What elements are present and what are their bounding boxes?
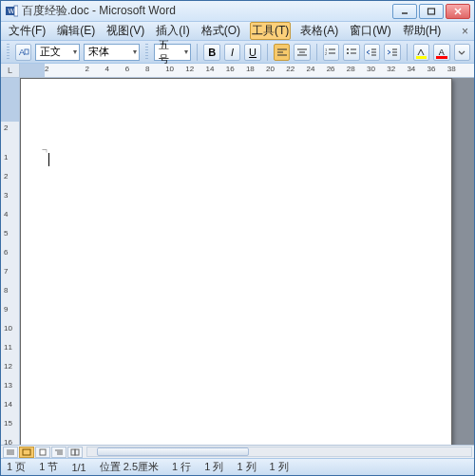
normal-view-button[interactable]	[3, 447, 18, 458]
margin-mark-icon: ¬	[42, 144, 48, 155]
underline-button[interactable]: U	[244, 44, 260, 61]
svg-rect-32	[23, 449, 30, 455]
toolbar-options-button[interactable]	[454, 44, 470, 61]
ruler-corner: L	[1, 64, 20, 77]
svg-rect-4	[428, 9, 435, 14]
font-select[interactable]: 宋体	[84, 44, 140, 61]
decrease-indent-button[interactable]	[364, 44, 380, 61]
web-layout-view-button[interactable]	[19, 447, 34, 458]
menu-help[interactable]: 帮助(H)	[401, 22, 444, 40]
minimize-button[interactable]	[392, 4, 417, 19]
window-controls	[392, 4, 470, 19]
svg-text:W: W	[8, 8, 14, 14]
numbered-list-button[interactable]: 12	[323, 44, 339, 61]
print-layout-view-button[interactable]	[35, 447, 50, 458]
divider	[316, 44, 317, 61]
workarea: 212345678910111213141516 ¬	[1, 78, 474, 445]
text-cursor	[48, 153, 49, 166]
document-page[interactable]: ¬	[20, 78, 452, 445]
status-pages: 1/1	[71, 462, 86, 473]
svg-text:A: A	[19, 48, 25, 57]
menu-file[interactable]: 文件(F)	[7, 22, 48, 40]
vertical-ruler[interactable]: 212345678910111213141516	[1, 78, 20, 445]
fontsize-select[interactable]: 五号	[154, 44, 191, 61]
fontsize-value: 五号	[159, 38, 177, 67]
svg-point-19	[347, 48, 349, 50]
status-col2: 1 列	[237, 460, 256, 474]
divider	[407, 44, 408, 61]
window-title: 百度经验.doc - Microsoft Word	[22, 3, 392, 19]
align-center-button[interactable]	[294, 44, 310, 61]
svg-text:2: 2	[325, 51, 328, 56]
align-left-button[interactable]	[274, 44, 290, 61]
outline-view-button[interactable]	[51, 447, 66, 458]
style-select[interactable]: 正文	[35, 44, 80, 61]
svg-point-21	[347, 52, 349, 54]
svg-rect-33	[40, 449, 46, 455]
svg-rect-2	[14, 6, 18, 16]
h-scroll-thumb[interactable]	[97, 447, 249, 456]
view-buttons	[1, 446, 85, 458]
menu-window[interactable]: 窗口(W)	[348, 22, 392, 40]
h-ruler-scale: 22468101214161820222426283032343638	[20, 64, 474, 77]
status-section: 1 节	[39, 460, 58, 474]
maximize-button[interactable]	[419, 4, 444, 19]
status-col3: 1 列	[270, 460, 289, 474]
word-app-icon: W	[5, 5, 18, 18]
status-position: 位置 2.5厘米	[100, 460, 159, 474]
status-col1: 1 列	[204, 460, 223, 474]
view-scroll-row	[1, 445, 474, 458]
toolbar-handle-2[interactable]	[145, 44, 148, 61]
menubar: 文件(F) 编辑(E) 视图(V) 插入(I) 格式(O) 工具(T) 表格(A…	[1, 22, 474, 41]
horizontal-ruler[interactable]: L 22468101214161820222426283032343638	[1, 64, 474, 78]
divider	[197, 44, 198, 61]
font-color-button[interactable]: A	[433, 44, 449, 61]
svg-rect-37	[71, 449, 75, 455]
reading-view-button[interactable]	[67, 447, 83, 458]
app-window: W 百度经验.doc - Microsoft Word 文件(F) 编辑(E) …	[0, 0, 475, 476]
menu-table[interactable]: 表格(A)	[298, 22, 340, 40]
font-value: 宋体	[88, 45, 109, 59]
highlight-color-button[interactable]	[413, 44, 429, 61]
svg-rect-38	[75, 449, 79, 455]
divider	[267, 44, 268, 61]
close-document-icon[interactable]: ×	[462, 25, 468, 38]
toolbar-handle[interactable]	[7, 44, 10, 61]
menu-tools[interactable]: 工具(T)	[250, 22, 291, 40]
svg-rect-8	[25, 49, 28, 54]
close-button[interactable]	[446, 4, 470, 19]
titlebar: W 百度经验.doc - Microsoft Word	[1, 1, 474, 22]
document-viewport[interactable]: ¬	[20, 78, 474, 445]
increase-indent-button[interactable]	[384, 44, 400, 61]
horizontal-scrollbar[interactable]	[86, 447, 472, 457]
menu-format[interactable]: 格式(O)	[200, 22, 242, 40]
bullet-list-button[interactable]	[343, 44, 359, 61]
bold-button[interactable]: B	[203, 44, 219, 61]
formatting-toolbar: A 正文 宋体 五号 B I U 12 A	[1, 41, 474, 64]
statusbar: 1 页 1 节 1/1 位置 2.5厘米 1 行 1 列 1 列 1 列	[1, 458, 474, 475]
status-page: 1 页	[7, 460, 26, 474]
italic-button[interactable]: I	[224, 44, 240, 61]
styles-pane-button[interactable]: A	[15, 44, 31, 61]
menu-edit[interactable]: 编辑(E)	[55, 22, 97, 40]
menu-view[interactable]: 视图(V)	[104, 22, 146, 40]
style-value: 正文	[40, 45, 61, 59]
status-line: 1 行	[172, 460, 191, 474]
